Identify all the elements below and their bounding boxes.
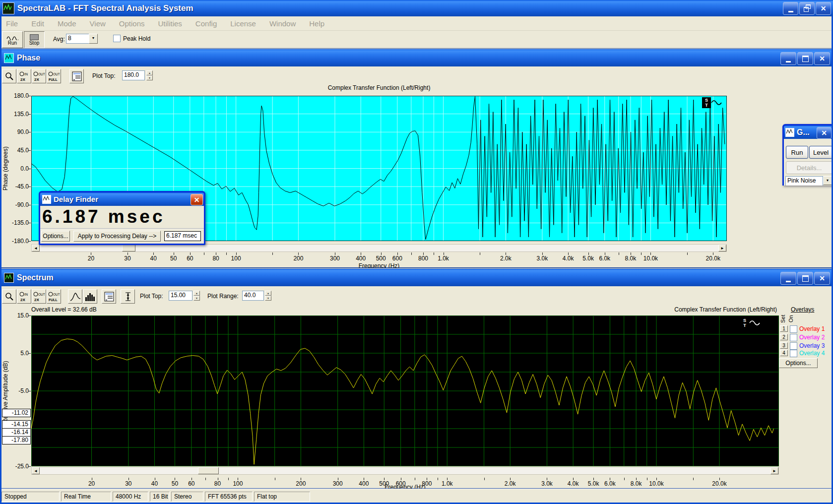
phase-plot-top-input[interactable]: 180.0 <box>122 70 145 80</box>
close-icon: ✕ <box>821 5 827 12</box>
phase-minimize-button[interactable] <box>780 52 796 65</box>
menu-mode[interactable]: Mode <box>58 19 76 28</box>
generator-level-button[interactable]: Level <box>809 146 833 159</box>
spectrum-maximize-button[interactable] <box>797 272 813 285</box>
overlay-3-checkbox[interactable] <box>790 342 797 350</box>
phase-plot-top-spinner[interactable]: ▲▼ <box>146 70 153 80</box>
phase-properties-button[interactable] <box>69 69 84 83</box>
status-run-state: Stopped <box>1 492 60 502</box>
menu-edit[interactable]: Edit <box>31 19 44 28</box>
phase-x-tick-label: 200 <box>284 255 312 262</box>
restore-icon <box>804 7 809 12</box>
apply-processing-delay-button[interactable]: Apply to Processing Delay --> <box>73 231 161 242</box>
menu-options[interactable]: Options <box>119 19 145 28</box>
generator-close-button[interactable]: ✕ <box>817 127 832 139</box>
spectrum-y-tick <box>28 353 31 354</box>
phase-zoom-out-2x-button[interactable]: OUT2X <box>32 69 46 83</box>
spectrum-x-tick <box>693 478 694 480</box>
menu-view[interactable]: View <box>90 19 106 28</box>
spinner-up-icon[interactable]: ▲ <box>146 70 153 75</box>
spinner-up-icon[interactable]: ▲ <box>265 291 271 296</box>
peak-curve-icon <box>69 291 81 302</box>
svg-text:FULL: FULL <box>49 298 58 302</box>
phase-zoom-full-button[interactable]: OUTFULL <box>47 69 61 83</box>
close-button[interactable]: ✕ <box>816 2 831 15</box>
spectrum-scrollbar-thumb[interactable] <box>198 467 219 474</box>
spectrum-minimize-button[interactable] <box>780 272 796 285</box>
overlay-2-set-button[interactable]: 2 <box>780 334 788 340</box>
peak-hold-checkbox[interactable] <box>113 35 121 42</box>
spectrum-zoom-button[interactable] <box>2 289 16 304</box>
spinner-down-icon[interactable]: ▼ <box>193 296 200 301</box>
generator-signal-combobox[interactable]: Pink Noise ▼ <box>785 176 832 186</box>
app-icon <box>2 2 14 14</box>
delay-options-button[interactable]: Options... <box>41 231 70 242</box>
chevron-down-icon[interactable]: ▼ <box>823 176 832 185</box>
restore-button[interactable] <box>799 2 815 15</box>
scroll-right-icon[interactable]: ► <box>770 467 778 474</box>
chevron-down-icon[interactable]: ▼ <box>89 34 98 44</box>
generator-details-button[interactable]: Details... <box>786 161 833 174</box>
spectrum-plot-top-spinner[interactable]: ▲▼ <box>193 291 200 301</box>
menu-utilities[interactable]: Utilities <box>158 19 182 28</box>
spectrum-zoom-out-2x-button[interactable]: OUT2X <box>32 289 46 304</box>
minimize-button[interactable] <box>783 2 798 15</box>
svg-text:2X: 2X <box>20 77 25 82</box>
spectrum-chart-canvas[interactable] <box>31 315 779 466</box>
stop-button[interactable]: Stop <box>24 31 45 48</box>
spinner-up-icon[interactable]: ▲ <box>193 291 200 296</box>
phase-close-button[interactable]: ✕ <box>814 52 830 65</box>
avg-dropdown[interactable]: 8 ▼ <box>66 34 98 44</box>
spectrum-plot-top-input[interactable]: 15.00 <box>169 291 192 301</box>
spectrum-range-button[interactable] <box>121 289 135 304</box>
spectrum-close-button[interactable]: ✕ <box>814 272 830 285</box>
spectrum-plot-range-spinner[interactable]: ▲▼ <box>265 291 271 301</box>
overlay-1-checkbox[interactable] <box>790 325 797 333</box>
spectrum-zoom-in-2x-button[interactable]: IN2X <box>17 289 31 304</box>
overlay-2-checkbox[interactable] <box>790 334 797 341</box>
spinner-down-icon[interactable]: ▼ <box>146 75 153 80</box>
scroll-left-icon[interactable]: ◄ <box>32 245 40 252</box>
marker-readout: -17.80 <box>2 436 31 444</box>
overlay-1-set-button[interactable]: 1 <box>780 325 788 332</box>
overlay-4-checkbox[interactable] <box>790 350 797 357</box>
status-window-function: Flat top <box>254 492 310 502</box>
spectrum-plot-range-input[interactable]: 40.0 <box>242 291 264 301</box>
delay-finder-close-button[interactable]: ✕ <box>191 194 203 205</box>
spinner-down-icon[interactable]: ▼ <box>265 296 271 301</box>
generator-title: G... <box>797 128 810 137</box>
overlay-4-set-button[interactable]: 4 <box>780 350 788 356</box>
sine-wave-icon <box>711 99 722 107</box>
spectrum-zoom-full-button[interactable]: OUTFULL <box>47 289 61 304</box>
menu-config[interactable]: Config <box>195 19 217 28</box>
statusbar: Stopped Real Time 48000 Hz 16 Bit Stereo… <box>0 489 833 504</box>
delay-finder-dialog: Delay Finder ✕ 6.187 msec Options... App… <box>39 191 205 245</box>
scroll-left-icon[interactable]: ◄ <box>32 467 40 474</box>
delay-value-display: 6.187 msec <box>40 206 204 229</box>
phase-h-scrollbar[interactable]: ◄ ► <box>31 244 727 252</box>
spectrum-properties-button[interactable] <box>102 289 116 304</box>
overlay-3-set-button[interactable]: 3 <box>780 342 788 349</box>
spectrum-plot[interactable]: ST 15.05.0-5.0-15.0-25.02030405060801002… <box>31 315 779 466</box>
run-button[interactable]: Run <box>2 31 23 48</box>
overlay-1-label: Overlay 1 <box>799 325 825 332</box>
spectrum-line-mode-button[interactable] <box>68 289 82 304</box>
menu-help[interactable]: Help <box>309 19 324 28</box>
menu-file[interactable]: File <box>6 19 18 28</box>
phase-zoom-in-2x-button[interactable]: IN2X <box>17 69 31 83</box>
close-icon: ✕ <box>821 129 827 136</box>
phase-scrollbar-thumb[interactable] <box>122 245 135 252</box>
spectrum-bar-mode-button[interactable] <box>83 289 97 304</box>
phase-zoom-button[interactable] <box>2 69 16 83</box>
generator-icon <box>785 128 794 137</box>
phase-window-icon <box>4 53 14 63</box>
generator-run-button[interactable]: Run <box>786 146 808 159</box>
delay-finder-body: 6.187 msec Options... Apply to Processin… <box>40 206 204 244</box>
menu-window[interactable]: Window <box>269 19 296 28</box>
spectrum-h-scrollbar[interactable]: ◄ ► <box>31 467 779 475</box>
delay-value-field[interactable]: 6.187 msec <box>164 231 201 241</box>
overlays-options-button[interactable]: Options... <box>779 358 818 368</box>
phase-maximize-button[interactable] <box>797 52 813 65</box>
menu-license[interactable]: License <box>230 19 256 28</box>
scroll-right-icon[interactable]: ► <box>718 245 726 252</box>
